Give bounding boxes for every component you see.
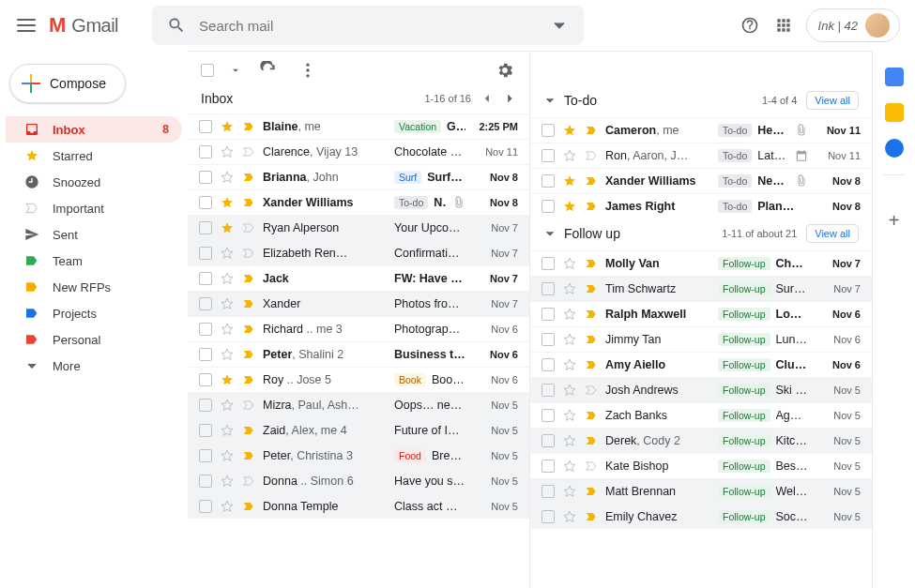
mail-row[interactable]: Richard .. me 3 Photography clas… Nov 6 xyxy=(188,316,529,341)
importance-icon[interactable] xyxy=(242,348,255,361)
row-checkbox[interactable] xyxy=(199,171,212,184)
settings-gear-icon[interactable] xyxy=(494,59,516,82)
mail-row[interactable]: Cameron, me To-doHey t… Nov 11 xyxy=(530,117,872,143)
mail-row[interactable]: Derek, Cody 2 Follow-upKitche… Nov 5 xyxy=(530,428,872,453)
star-icon[interactable] xyxy=(220,448,235,463)
importance-icon[interactable] xyxy=(242,272,255,285)
compose-button[interactable]: Compose xyxy=(9,64,126,103)
mail-row[interactable]: Jack FW: Have you ev… Nov 7 xyxy=(188,265,529,291)
star-icon[interactable] xyxy=(220,372,235,387)
calendar-addon-icon[interactable] xyxy=(885,68,904,86)
mail-row[interactable]: Mizra, Paul, Ash… Oops… need to re… Nov … xyxy=(188,392,529,417)
select-all-checkbox[interactable] xyxy=(201,64,214,77)
row-checkbox[interactable] xyxy=(199,323,212,336)
nav-item-team[interactable]: Team xyxy=(6,248,182,274)
nav-item-personal[interactable]: Personal xyxy=(6,326,182,353)
star-icon[interactable] xyxy=(220,246,235,261)
row-checkbox[interactable] xyxy=(541,333,555,346)
importance-icon[interactable] xyxy=(585,124,598,137)
mail-row[interactable]: Clarence, Vijay 13 Chocolate Factor… Nov… xyxy=(188,139,529,164)
row-checkbox[interactable] xyxy=(541,434,555,447)
mail-row[interactable]: Donna .. Simon 6 Have you seen th… Nov 5 xyxy=(188,468,529,493)
star-icon[interactable] xyxy=(562,281,577,296)
star-icon[interactable] xyxy=(562,408,577,423)
star-icon[interactable] xyxy=(220,271,235,286)
importance-icon[interactable] xyxy=(242,247,255,260)
help-icon[interactable] xyxy=(739,14,761,37)
importance-icon[interactable] xyxy=(585,149,598,162)
mail-row[interactable]: Zach Banks Follow-upAgend… Nov 5 xyxy=(530,402,872,428)
mail-row[interactable]: Emily Chavez Follow-upSocce… Nov 5 xyxy=(530,504,872,529)
mail-row[interactable]: Donna Temple Class act — Tom… Nov 5 xyxy=(188,493,529,519)
mail-row[interactable]: Amy Aiello Follow-upClub… Nov 6 xyxy=(530,352,872,377)
mail-row[interactable]: Ralph Maxwell Follow-upLooki… Nov 6 xyxy=(530,301,872,326)
star-icon[interactable] xyxy=(562,256,577,271)
search-bar[interactable] xyxy=(152,6,584,45)
star-icon[interactable] xyxy=(562,433,577,448)
star-icon[interactable] xyxy=(562,357,577,372)
mail-row[interactable]: James Right To-doPlan… Nov 8 xyxy=(530,193,872,219)
star-icon[interactable] xyxy=(562,173,577,188)
importance-icon[interactable] xyxy=(242,120,255,133)
star-icon[interactable] xyxy=(220,347,235,362)
row-checkbox[interactable] xyxy=(199,247,212,260)
nav-item-new-rfps[interactable]: New RFPs xyxy=(6,274,182,300)
star-icon[interactable] xyxy=(220,296,235,311)
mail-row[interactable]: Ron, Aaron, J… To-doLate… Nov 11 xyxy=(530,143,872,168)
row-checkbox[interactable] xyxy=(541,282,555,295)
importance-icon[interactable] xyxy=(585,460,598,473)
nav-item-important[interactable]: Important xyxy=(6,195,182,221)
row-checkbox[interactable] xyxy=(199,373,212,386)
importance-icon[interactable] xyxy=(585,510,598,523)
importance-icon[interactable] xyxy=(242,171,255,184)
nav-item-sent[interactable]: Sent xyxy=(6,221,182,248)
mail-row[interactable]: Kate Bishop Follow-upBest… Nov 5 xyxy=(530,453,872,478)
mail-row[interactable]: Josh Andrews Follow-upSki se… Nov 5 xyxy=(530,377,872,402)
star-icon[interactable] xyxy=(562,199,577,214)
refresh-button[interactable] xyxy=(257,59,280,82)
star-icon[interactable] xyxy=(220,170,235,185)
star-icon[interactable] xyxy=(562,509,577,524)
row-checkbox[interactable] xyxy=(199,120,212,133)
star-icon[interactable] xyxy=(220,119,235,134)
row-checkbox[interactable] xyxy=(541,358,555,371)
star-icon[interactable] xyxy=(220,398,235,413)
importance-icon[interactable] xyxy=(242,373,255,386)
importance-icon[interactable] xyxy=(242,475,255,488)
mail-row[interactable]: Tim Schwartz Follow-upSurf S… Nov 7 xyxy=(530,276,872,301)
importance-icon[interactable] xyxy=(242,323,255,336)
row-checkbox[interactable] xyxy=(199,221,212,234)
star-icon[interactable] xyxy=(220,474,235,489)
row-checkbox[interactable] xyxy=(541,124,555,137)
star-icon[interactable] xyxy=(220,423,235,438)
mail-row[interactable]: Xander Photos from my r… Nov 7 xyxy=(188,291,529,316)
main-menu-button[interactable] xyxy=(15,14,38,37)
star-icon[interactable] xyxy=(220,499,235,514)
row-checkbox[interactable] xyxy=(541,485,555,498)
importance-icon[interactable] xyxy=(242,145,255,158)
importance-icon[interactable] xyxy=(585,485,598,498)
importance-icon[interactable] xyxy=(585,282,598,295)
importance-icon[interactable] xyxy=(585,384,598,397)
view-all-button[interactable]: View all xyxy=(806,224,859,243)
nav-item-more[interactable]: More xyxy=(6,353,182,379)
importance-icon[interactable] xyxy=(242,500,255,513)
row-checkbox[interactable] xyxy=(541,460,555,473)
importance-icon[interactable] xyxy=(585,308,598,321)
nav-item-projects[interactable]: Projects xyxy=(6,300,182,326)
importance-icon[interactable] xyxy=(242,424,255,437)
row-checkbox[interactable] xyxy=(199,500,212,513)
row-checkbox[interactable] xyxy=(199,475,212,488)
importance-icon[interactable] xyxy=(242,449,255,462)
row-checkbox[interactable] xyxy=(199,196,212,209)
row-checkbox[interactable] xyxy=(199,348,212,361)
mail-row[interactable]: Jimmy Tan Follow-upLunch… Nov 6 xyxy=(530,326,872,352)
view-all-button[interactable]: View all xyxy=(806,91,859,110)
mail-row[interactable]: Matt Brennan Follow-upWelco… Nov 5 xyxy=(530,478,872,504)
importance-icon[interactable] xyxy=(242,399,255,412)
star-icon[interactable] xyxy=(562,459,577,474)
apps-icon[interactable] xyxy=(772,14,795,37)
mail-row[interactable]: Elizabeth Ren… Confirmation for… Nov 7 xyxy=(188,240,529,265)
row-checkbox[interactable] xyxy=(199,449,212,462)
row-checkbox[interactable] xyxy=(541,257,555,270)
